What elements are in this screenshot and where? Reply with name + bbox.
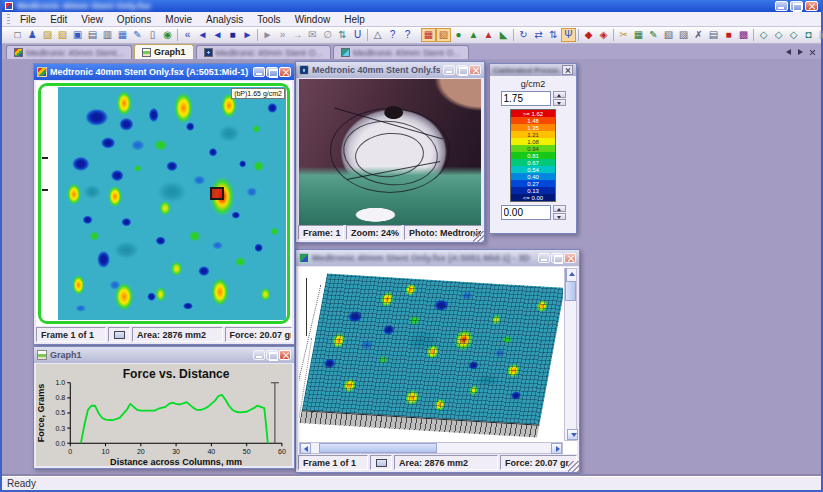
tab-scroll-right-icon[interactable]	[796, 48, 805, 57]
close-icon[interactable]	[562, 65, 573, 75]
calibrate-icon[interactable]: ◘	[801, 28, 816, 42]
vertical-scroll-thumb[interactable]	[565, 281, 576, 301]
menu-analysis[interactable]: Analysis	[199, 13, 250, 26]
tab-graph1[interactable]: Graph1	[134, 44, 194, 59]
measure-area-icon[interactable]: ◇	[756, 28, 771, 42]
sound-icon[interactable]: ✉	[305, 28, 320, 42]
close-button[interactable]	[564, 253, 576, 263]
menu-options[interactable]: Options	[110, 13, 158, 26]
open-map-icon[interactable]: ♟	[25, 28, 40, 42]
tab-scroll-left-icon[interactable]	[784, 48, 793, 57]
snapshot-icon[interactable]: ▣	[816, 28, 823, 42]
menu-window[interactable]: Window	[288, 13, 338, 26]
view-circle-icon[interactable]: ●	[451, 28, 466, 42]
view-3d-bars-alt-icon[interactable]: ▲	[481, 28, 496, 42]
step-back-icon[interactable]: ◄	[195, 28, 210, 42]
menu-tools[interactable]: Tools	[250, 13, 287, 26]
open-remote-icon[interactable]: ▧	[55, 28, 70, 42]
restore-button[interactable]	[790, 1, 803, 11]
legend-titlebar[interactable]: Calibrated Pressure	[490, 64, 576, 76]
graph-window-titlebar[interactable]: Graph1	[34, 347, 294, 363]
last-frame-icon[interactable]: ►	[240, 28, 255, 42]
menu-edit[interactable]: Edit	[43, 13, 74, 26]
table-view-icon[interactable]: ▦	[631, 28, 646, 42]
scroll-down-icon[interactable]	[567, 429, 578, 440]
menu-view[interactable]: View	[74, 13, 110, 26]
horizontal-scroll-thumb[interactable]	[319, 443, 437, 453]
view-3d-surface-icon[interactable]: ◣	[496, 28, 511, 42]
maximize-button[interactable]	[266, 67, 278, 77]
send-page-icon[interactable]: △	[370, 28, 385, 42]
download-frames-icon[interactable]: ⇅	[335, 28, 350, 42]
menu-help[interactable]: Help	[337, 13, 372, 26]
view-contour-icon[interactable]: ▧	[436, 28, 451, 42]
menu-grip[interactable]	[7, 14, 10, 24]
record-movie-icon[interactable]: ◉	[160, 28, 175, 42]
graph-edit-icon[interactable]: ✎	[646, 28, 661, 42]
spin-up-icon[interactable]	[553, 205, 566, 212]
graph-pressure-icon[interactable]: ▨	[676, 28, 691, 42]
copy-icon[interactable]: ▦	[115, 28, 130, 42]
menu-movie[interactable]: Movie	[158, 13, 199, 26]
edit-notes-icon[interactable]: ✎	[130, 28, 145, 42]
marker-rotate-icon[interactable]: ◈	[596, 28, 611, 42]
marker-diamond-icon[interactable]: ◆	[581, 28, 596, 42]
swap-vertical-icon[interactable]: ⇅	[546, 28, 561, 42]
graph-force-icon[interactable]: ▧	[661, 28, 676, 42]
minimize-button[interactable]	[775, 1, 788, 11]
movie-export-icon[interactable]: ■	[721, 28, 736, 42]
tab-medtronic-40mm-stent-o[interactable]: Medtronic 40mm Stent O...	[196, 45, 332, 59]
measure-force-icon[interactable]: ◇	[771, 28, 786, 42]
new-file-icon[interactable]: □	[10, 28, 25, 42]
pressure-heatmap[interactable]	[58, 87, 286, 320]
fast-forward-icon[interactable]: »	[275, 28, 290, 42]
magnet-icon[interactable]: U	[350, 28, 365, 42]
close-button[interactable]	[469, 65, 481, 75]
scroll-right-icon[interactable]	[551, 443, 562, 454]
tab-medtronic-40mm-stent[interactable]: Medtronic 40mm Stent...	[6, 45, 132, 59]
step-forward-icon[interactable]: →	[290, 28, 305, 42]
measure-peak-icon[interactable]: ◇	[786, 28, 801, 42]
view-2d-icon[interactable]: ▦	[421, 28, 436, 42]
minimize-button[interactable]	[538, 253, 550, 263]
multi-window-icon[interactable]: ▩	[736, 28, 751, 42]
open-file-icon[interactable]: ▨	[40, 28, 55, 42]
device-icon[interactable]: ▯	[145, 28, 160, 42]
maximize-button[interactable]	[551, 253, 563, 263]
stop-icon[interactable]: ■	[225, 28, 240, 42]
tab-medtronic-40mm-stent-o[interactable]: Medtronic 40mm Stent O...	[333, 45, 469, 59]
tool-cut-icon[interactable]: ✂	[616, 28, 631, 42]
swap-horizontal-icon[interactable]: ⇄	[531, 28, 546, 42]
scroll-left-icon[interactable]	[300, 443, 311, 454]
vertical-scrollbar[interactable]	[564, 268, 577, 441]
show-peak-icon[interactable]: Ψ	[561, 28, 576, 42]
first-frame-icon[interactable]: ◄	[210, 28, 225, 42]
context-help-icon[interactable]: ?	[400, 28, 415, 42]
photo-window-titlebar[interactable]: Medtronic 40mm Stent Only.fsx - ...	[296, 62, 484, 78]
print-preview-icon[interactable]: ▥	[100, 28, 115, 42]
view-3d-bars-icon[interactable]: ▲	[466, 28, 481, 42]
horizontal-scrollbar[interactable]	[299, 442, 563, 454]
maximize-button[interactable]	[266, 350, 278, 360]
close-button[interactable]	[279, 350, 291, 360]
save-icon[interactable]: ▣	[70, 28, 85, 42]
spin-down-icon[interactable]	[553, 99, 566, 106]
data-log-icon[interactable]: ▤	[706, 28, 721, 42]
help-icon[interactable]: ?	[385, 28, 400, 42]
resize-grip[interactable]	[473, 231, 484, 242]
surface-window-titlebar[interactable]: Medtronic 40mm Stent Only.fsx (A:5051:Mi…	[296, 250, 579, 266]
close-button[interactable]	[279, 67, 291, 77]
min-pressure-input[interactable]	[501, 205, 551, 220]
tab-close-icon[interactable]	[808, 48, 817, 57]
spin-up-icon[interactable]	[553, 91, 566, 98]
close-button[interactable]	[805, 1, 818, 11]
menu-file[interactable]: File	[13, 13, 43, 26]
surface-3d-view[interactable]	[299, 268, 563, 441]
no-record-icon[interactable]: ∅	[320, 28, 335, 42]
minimize-button[interactable]	[443, 65, 455, 75]
minimize-button[interactable]	[253, 350, 265, 360]
peak-marker-box[interactable]	[210, 187, 224, 200]
maximize-button[interactable]	[456, 65, 468, 75]
title-bar[interactable]: Medtronic 40mm Stent Only.fsx	[2, 0, 821, 12]
resize-grip[interactable]	[568, 461, 579, 472]
